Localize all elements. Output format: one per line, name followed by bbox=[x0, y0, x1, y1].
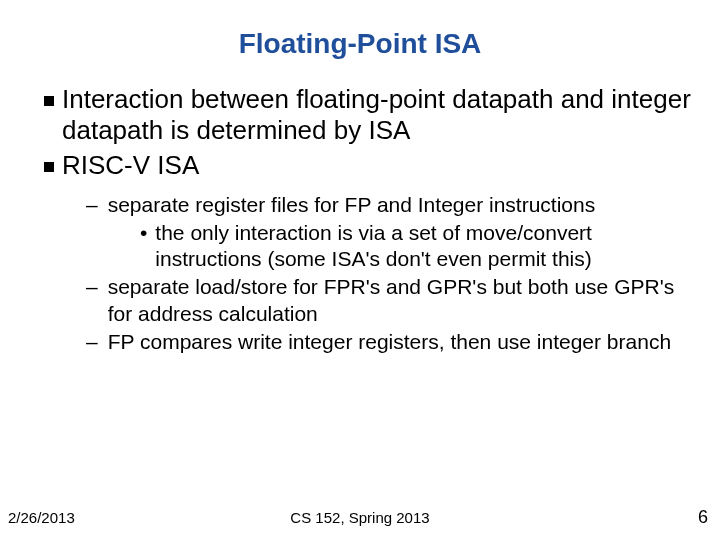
sub-bullet-item: – separate load/store for FPR's and GPR'… bbox=[86, 274, 700, 327]
slide: Floating-Point ISA Interaction between f… bbox=[0, 0, 720, 540]
sub-bullet-item: – FP compares write integer registers, t… bbox=[86, 329, 700, 355]
footer-date: 2/26/2013 bbox=[8, 509, 75, 526]
subsub-list: • the only interaction is via a set of m… bbox=[86, 220, 700, 273]
footer-page-number: 6 bbox=[698, 507, 708, 528]
square-bullet-icon bbox=[44, 162, 54, 172]
subsub-bullet-text: the only interaction is via a set of mov… bbox=[155, 220, 700, 273]
sub-list: – separate register files for FP and Int… bbox=[44, 192, 700, 356]
dot-bullet-icon: • bbox=[140, 220, 147, 246]
footer-course: CS 152, Spring 2013 bbox=[0, 509, 720, 526]
bullet-item: Interaction between floating-point datap… bbox=[44, 84, 700, 146]
sub-bullet-text: FP compares write integer registers, the… bbox=[108, 329, 671, 355]
bullet-text: Interaction between floating-point datap… bbox=[62, 84, 700, 146]
bullet-text: RISC-V ISA bbox=[62, 150, 199, 181]
dash-bullet-icon: – bbox=[86, 192, 98, 218]
subsub-bullet-item: • the only interaction is via a set of m… bbox=[140, 220, 700, 273]
sub-bullet-text: separate load/store for FPR's and GPR's … bbox=[108, 274, 700, 327]
sub-bullet-item: – separate register files for FP and Int… bbox=[86, 192, 700, 218]
dash-bullet-icon: – bbox=[86, 274, 98, 300]
square-bullet-icon bbox=[44, 96, 54, 106]
slide-title: Floating-Point ISA bbox=[20, 28, 700, 60]
content-area: Interaction between floating-point datap… bbox=[20, 84, 700, 355]
bullet-item: RISC-V ISA bbox=[44, 150, 700, 181]
dash-bullet-icon: – bbox=[86, 329, 98, 355]
sub-bullet-text: separate register files for FP and Integ… bbox=[108, 192, 596, 218]
footer: 2/26/2013 CS 152, Spring 2013 6 bbox=[0, 509, 720, 526]
